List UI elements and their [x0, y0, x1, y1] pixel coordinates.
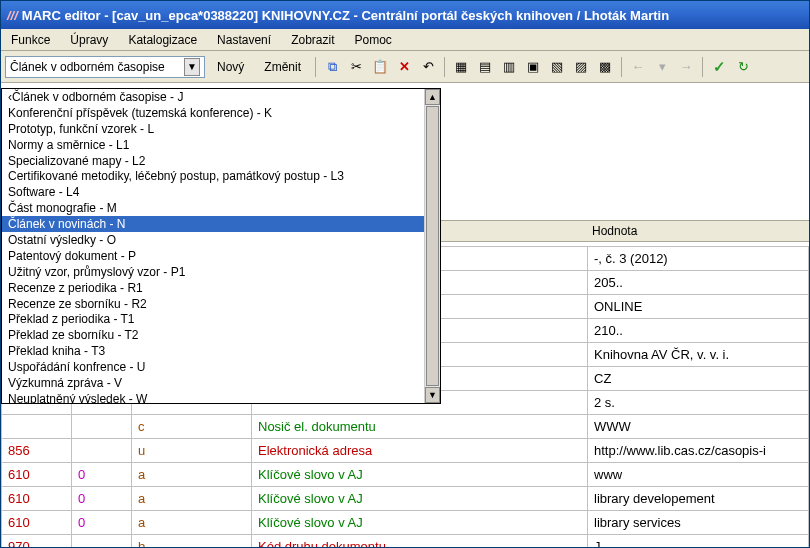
dropdown-item[interactable]: Software - L4	[2, 184, 424, 200]
refresh-icon[interactable]: ↻	[733, 57, 753, 77]
field-value: http://www.lib.cas.cz/casopis-i	[588, 439, 809, 463]
field-value: ONLINE	[588, 295, 809, 319]
menu-zobrazit[interactable]: Zobrazit	[285, 31, 340, 49]
form6-icon[interactable]: ▨	[571, 57, 591, 77]
dropdown-icon[interactable]: ▾	[652, 57, 672, 77]
field-value: Knihovna AV ČR, v. v. i.	[588, 343, 809, 367]
table-row[interactable]: 6100aKlíčové slovo v AJwww	[2, 463, 809, 487]
change-button[interactable]: Změnit	[256, 56, 309, 78]
check-icon[interactable]: ✓	[709, 57, 729, 77]
table-row[interactable]: 6100aKlíčové slovo v AJlibrary services	[2, 511, 809, 535]
title-bar: /// MARC editor - [cav_un_epca*0388220] …	[1, 1, 809, 29]
dropdown-item[interactable]: Část monografie - M	[2, 200, 424, 216]
dropdown-item[interactable]: ‹Článek v odborném časopise - J	[2, 89, 424, 105]
field-label: Klíčové slovo v AJ	[252, 487, 588, 511]
field-value: WWW	[588, 415, 809, 439]
field-label: Klíčové slovo v AJ	[252, 463, 588, 487]
back-icon[interactable]: ←	[628, 57, 648, 77]
form5-icon[interactable]: ▧	[547, 57, 567, 77]
form3-icon[interactable]: ▥	[499, 57, 519, 77]
title-text: MARC editor - [cav_un_epca*0388220] KNIH…	[22, 8, 803, 23]
dropdown-item[interactable]: Specializované mapy - L2	[2, 153, 424, 169]
menu-nastaveni[interactable]: Nastavení	[211, 31, 277, 49]
dropdown-item[interactable]: Konferenční příspěvek (tuzemská konferen…	[2, 105, 424, 121]
record-type-dropdown[interactable]: ‹Článek v odborném časopise - JKonferenč…	[1, 88, 441, 404]
chevron-down-icon[interactable]: ▼	[184, 58, 200, 76]
field-label: Elektronická adresa	[252, 439, 588, 463]
scroll-thumb[interactable]	[426, 106, 439, 386]
field-value: library services	[588, 511, 809, 535]
table-row[interactable]: 6100aKlíčové slovo v AJlibrary developem…	[2, 487, 809, 511]
separator	[444, 57, 445, 77]
table-row[interactable]: 856uElektronická adresahttp://www.lib.ca…	[2, 439, 809, 463]
menu-funkce[interactable]: Funkce	[5, 31, 56, 49]
dropdown-item[interactable]: Recenze z periodika - R1	[2, 280, 424, 296]
separator	[702, 57, 703, 77]
copy-icon[interactable]: ⧉	[322, 57, 342, 77]
field-value: 210..	[588, 319, 809, 343]
title-prefix: ///	[7, 8, 18, 23]
scroll-down-icon[interactable]: ▼	[425, 387, 440, 403]
form4-icon[interactable]: ▣	[523, 57, 543, 77]
combo-value: Článek v odborném časopise	[10, 60, 184, 74]
dropdown-item[interactable]: Článek v novinách - N	[2, 216, 424, 232]
field-value: -, č. 3 (2012)	[588, 247, 809, 271]
cut-icon[interactable]: ✂	[346, 57, 366, 77]
separator	[315, 57, 316, 77]
dropdown-item[interactable]: Certifikované metodiky, léčebný postup, …	[2, 168, 424, 184]
field-value: library developement	[588, 487, 809, 511]
dropdown-item[interactable]: Užitný vzor, průmyslový vzor - P1	[2, 264, 424, 280]
paste-icon[interactable]: 📋	[370, 57, 390, 77]
new-button[interactable]: Nový	[209, 56, 252, 78]
content-area: Hodnota ) strany od-do -, č. 3 (2012) 20…	[1, 83, 809, 547]
dropdown-item[interactable]: Ostatní výsledky - O	[2, 232, 424, 248]
dropdown-item[interactable]: Uspořádání konfrence - U	[2, 359, 424, 375]
separator	[621, 57, 622, 77]
form2-icon[interactable]: ▤	[475, 57, 495, 77]
menu-bar: Funkce Úpravy Katalogizace Nastavení Zob…	[1, 29, 809, 51]
table-row[interactable]: 970bKód druhu dokumentuJ	[2, 535, 809, 548]
col-value[interactable]: Hodnota	[587, 221, 809, 242]
field-label: Kód druhu dokumentu	[252, 535, 588, 548]
dropdown-item[interactable]: Překlad kniha - T3	[2, 343, 424, 359]
menu-upravy[interactable]: Úpravy	[64, 31, 114, 49]
delete-icon[interactable]: ✕	[394, 57, 414, 77]
form7-icon[interactable]: ▩	[595, 57, 615, 77]
forward-icon[interactable]: →	[676, 57, 696, 77]
scrollbar[interactable]: ▲ ▼	[424, 89, 440, 403]
dropdown-list: ‹Článek v odborném časopise - JKonferenč…	[2, 89, 424, 403]
form1-icon[interactable]: ▦	[451, 57, 471, 77]
dropdown-item[interactable]: Neuplatněný výsledek - W	[2, 391, 424, 403]
table-row[interactable]: cNosič el. dokumentuWWW	[2, 415, 809, 439]
menu-katalogizace[interactable]: Katalogizace	[122, 31, 203, 49]
field-value: J	[588, 535, 809, 548]
record-type-combo[interactable]: Článek v odborném časopise ▼	[5, 56, 205, 78]
dropdown-item[interactable]: Normy a směrnice - L1	[2, 137, 424, 153]
dropdown-item[interactable]: Překlad z periodika - T1	[2, 311, 424, 327]
scroll-up-icon[interactable]: ▲	[425, 89, 440, 105]
menu-pomoc[interactable]: Pomoc	[348, 31, 397, 49]
dropdown-item[interactable]: Prototyp, funkční vzorek - L	[2, 121, 424, 137]
field-value: 2 s.	[588, 391, 809, 415]
toolbar: Článek v odborném časopise ▼ Nový Změnit…	[1, 51, 809, 83]
dropdown-item[interactable]: Překlad ze sborníku - T2	[2, 327, 424, 343]
dropdown-item[interactable]: Výzkumná zpráva - V	[2, 375, 424, 391]
undo-icon[interactable]: ↶	[418, 57, 438, 77]
field-value: CZ	[588, 367, 809, 391]
field-label: Nosič el. dokumentu	[252, 415, 588, 439]
dropdown-item[interactable]: Patentový dokument - P	[2, 248, 424, 264]
field-value: 205..	[588, 271, 809, 295]
field-label: Klíčové slovo v AJ	[252, 511, 588, 535]
dropdown-item[interactable]: Recenze ze sborníku - R2	[2, 296, 424, 312]
field-value: www	[588, 463, 809, 487]
